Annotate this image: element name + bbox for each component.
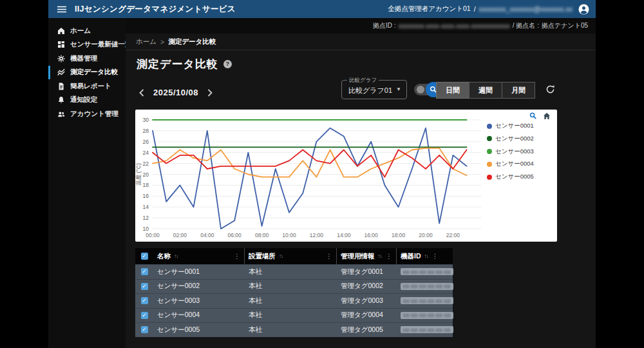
sidebar-item-label: ホーム bbox=[70, 26, 91, 35]
avatar[interactable] bbox=[578, 4, 589, 15]
legend-item[interactable]: センサー0002 bbox=[487, 135, 534, 143]
column-label: 管理用情報 bbox=[341, 252, 375, 261]
svg-text:08:00: 08:00 bbox=[255, 232, 269, 238]
chart-legend: センサー0001センサー0002センサー0003センサー0004センサー0005 bbox=[487, 122, 534, 186]
app-title: IIJセンシングデータマネジメントサービス bbox=[75, 4, 236, 15]
svg-text:26: 26 bbox=[143, 139, 149, 145]
sort-icon[interactable]: ↑↓ bbox=[424, 253, 428, 259]
date-nav: 2025/10/08 bbox=[139, 88, 213, 97]
chart-panel: 101214161820222426283000:0002:0004:0006:… bbox=[135, 110, 557, 242]
sidebar-item-6[interactable]: アカウント管理 bbox=[48, 107, 126, 121]
refresh-button[interactable] bbox=[545, 84, 555, 94]
svg-text:24: 24 bbox=[143, 150, 149, 156]
row-checkbox[interactable]: ✓ bbox=[141, 312, 148, 319]
legend-item[interactable]: センサー0003 bbox=[487, 148, 534, 156]
page-title-row: 測定データ比較 ? bbox=[137, 57, 232, 72]
menu-icon[interactable] bbox=[57, 6, 66, 13]
legend-dot bbox=[487, 162, 492, 167]
controls-row: 2025/10/08 比較グラフ 比較グラフ01 ▼ bbox=[126, 79, 596, 108]
select-all-cell: ✓ bbox=[135, 248, 153, 264]
sort-icon[interactable]: ↑↓ bbox=[174, 253, 178, 259]
account-info: 全拠点管理者アカウント01 / xxxxxxxx_xxxxxxx@xxxxxxx… bbox=[388, 4, 589, 15]
svg-text:18:00: 18:00 bbox=[392, 232, 406, 238]
sidebar-item-label: アカウント管理 bbox=[70, 110, 118, 119]
table-cell: 本社 bbox=[245, 294, 337, 308]
svg-text:30: 30 bbox=[143, 117, 149, 123]
sidebar-item-label: 簡易レポート bbox=[70, 82, 111, 91]
column-header-機器ID[interactable]: 機器ID↑↓⋮ bbox=[397, 248, 453, 264]
row-checkbox[interactable]: ✓ bbox=[141, 268, 148, 275]
column-header-設置場所[interactable]: 設置場所↑↓⋮ bbox=[245, 248, 337, 264]
column-menu-icon[interactable]: ⋮ bbox=[386, 253, 392, 260]
column-header-名称[interactable]: 名称↑↓⋮ bbox=[153, 248, 245, 264]
device-id-masked: xx-xx-xx-xx-xx-xx bbox=[401, 297, 453, 304]
row-checkbox-cell: ✓ bbox=[135, 323, 153, 337]
graph-select[interactable]: 比較グラフ 比較グラフ01 ▼ bbox=[341, 80, 407, 99]
help-icon[interactable]: ? bbox=[223, 60, 232, 68]
svg-text:00:00: 00:00 bbox=[146, 232, 160, 238]
breadcrumb-home[interactable]: ホーム bbox=[136, 37, 156, 46]
column-header-管理用情報[interactable]: 管理用情報↑↓⋮ bbox=[337, 248, 397, 264]
chart-zoom-icon[interactable] bbox=[529, 112, 537, 120]
account-separator: / bbox=[474, 5, 476, 13]
legend-label: センサー0004 bbox=[495, 160, 534, 168]
current-date: 2025/10/08 bbox=[153, 88, 198, 97]
legend-dot bbox=[487, 136, 492, 141]
column-label: 機器ID bbox=[401, 252, 421, 261]
site-id-label: 拠点ID : bbox=[373, 21, 396, 30]
svg-text:10:00: 10:00 bbox=[282, 232, 296, 238]
sidebar-item-4[interactable]: 簡易レポート bbox=[48, 79, 126, 93]
period-button-月間[interactable]: 月間 bbox=[502, 82, 535, 99]
legend-dot bbox=[487, 149, 492, 154]
svg-text:14:00: 14:00 bbox=[337, 232, 351, 238]
graph-select-label: 比較グラフ bbox=[347, 77, 379, 84]
breadcrumb: ホーム > 測定データ比較 bbox=[126, 34, 596, 50]
device-id-masked: xx-xx-xx-xx-xx-xx bbox=[401, 312, 453, 319]
page-title: 測定データ比較 bbox=[137, 57, 218, 72]
sort-icon[interactable]: ↑↓ bbox=[279, 253, 283, 259]
legend-item[interactable]: センサー0004 bbox=[487, 160, 534, 168]
svg-text:02:00: 02:00 bbox=[173, 232, 187, 238]
site-id-masked: xxxxxxxx-xxxx-xxxx-xxxx-xxxxxxxxxxxx bbox=[398, 23, 509, 30]
svg-text:22: 22 bbox=[143, 160, 149, 167]
site-bar: 拠点ID : xxxxxxxx-xxxx-xxxx-xxxx-xxxxxxxxx… bbox=[126, 18, 596, 34]
device-id-masked: xx-xx-xx-xx-xx-xx bbox=[401, 268, 453, 275]
prev-day-button[interactable] bbox=[139, 89, 144, 97]
device-id-cell: xx-xx-xx-xx-xx-xx bbox=[397, 309, 453, 323]
column-menu-icon[interactable]: ⋮ bbox=[326, 253, 332, 260]
svg-text:12:00: 12:00 bbox=[310, 232, 324, 238]
app-window: IIJセンシングデータマネジメントサービス 全拠点管理者アカウント01 / xx… bbox=[48, 0, 596, 348]
report-icon bbox=[57, 82, 65, 90]
svg-text:06:00: 06:00 bbox=[228, 232, 242, 238]
sidebar-item-3[interactable]: 測定データ比較 bbox=[48, 66, 126, 80]
row-checkbox[interactable]: ✓ bbox=[141, 326, 148, 333]
sidebar-item-2[interactable]: 機器管理 bbox=[48, 52, 126, 66]
zoom-toggle[interactable] bbox=[414, 84, 439, 95]
next-day-button[interactable] bbox=[207, 89, 213, 97]
legend-item[interactable]: センサー0001 bbox=[487, 122, 534, 130]
column-menu-icon[interactable]: ⋮ bbox=[432, 253, 439, 260]
sidebar-item-5[interactable]: 通知設定 bbox=[48, 93, 126, 108]
row-checkbox-cell: ✓ bbox=[135, 294, 153, 308]
sidebar-item-1[interactable]: センサー最新値一覧 bbox=[48, 38, 126, 52]
period-button-週間[interactable]: 週間 bbox=[469, 82, 502, 99]
sort-icon[interactable]: ↑↓ bbox=[378, 253, 382, 259]
select-all-checkbox[interactable]: ✓ bbox=[141, 253, 148, 260]
column-label: 名称 bbox=[157, 252, 171, 261]
gear-icon bbox=[57, 55, 65, 63]
chart-toolbar bbox=[529, 112, 551, 120]
sidebar-item-0[interactable]: ホーム bbox=[48, 24, 126, 38]
chart-home-icon[interactable] bbox=[543, 112, 551, 120]
row-checkbox-cell: ✓ bbox=[135, 265, 153, 279]
svg-text:22:00: 22:00 bbox=[446, 232, 460, 238]
device-id-cell: xx-xx-xx-xx-xx-xx bbox=[397, 265, 453, 279]
row-checkbox[interactable]: ✓ bbox=[141, 283, 148, 290]
legend-dot bbox=[487, 175, 492, 180]
row-checkbox-cell: ✓ bbox=[135, 309, 153, 323]
column-menu-icon[interactable]: ⋮ bbox=[234, 253, 240, 260]
sidebar-item-label: 通知設定 bbox=[70, 95, 97, 104]
legend-item[interactable]: センサー0005 bbox=[487, 173, 534, 181]
period-button-日間[interactable]: 日間 bbox=[436, 82, 469, 99]
row-checkbox[interactable]: ✓ bbox=[141, 297, 148, 304]
home-icon bbox=[57, 27, 65, 35]
